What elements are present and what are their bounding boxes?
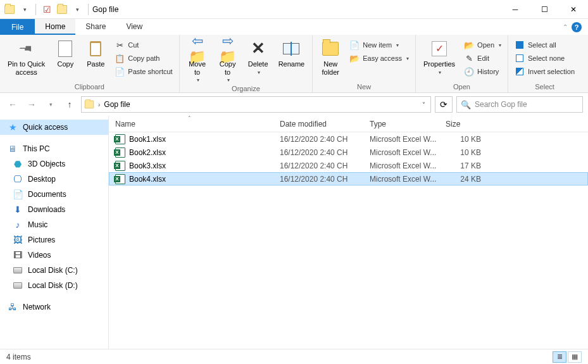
documents-icon: 📄 bbox=[13, 189, 23, 199]
file-type: Microsoft Excel W... bbox=[363, 161, 439, 170]
qat-properties-icon[interactable]: ☑ bbox=[40, 3, 54, 16]
move-to-button[interactable]: ⇦📁Move to▾ bbox=[184, 37, 211, 84]
column-headers: ˄ Name Date modified Type Size bbox=[109, 116, 588, 132]
delete-button[interactable]: ✕Delete▾ bbox=[244, 37, 272, 77]
file-date: 16/12/2020 2:40 CH bbox=[273, 175, 363, 184]
ribbon-group-select: Select all Select none Invert selection … bbox=[508, 35, 581, 92]
file-row[interactable]: Book2.xlsx16/12/2020 2:40 CHMicrosoft Ex… bbox=[109, 146, 588, 159]
cut-button[interactable]: ✂Cut bbox=[112, 39, 175, 51]
sidebar-desktop[interactable]: 🖵Desktop bbox=[0, 172, 108, 187]
history-button[interactable]: 🕘History bbox=[461, 65, 504, 78]
ribbon-group-open: Properties▾ 📂Open▾ ✎Edit 🕘History Open bbox=[416, 35, 508, 92]
tab-share[interactable]: Share bbox=[75, 19, 116, 35]
file-row[interactable]: Book1.xlsx16/12/2020 2:40 CHMicrosoft Ex… bbox=[109, 132, 588, 146]
forward-button[interactable]: → bbox=[24, 97, 39, 112]
sidebar-documents[interactable]: 📄Documents bbox=[0, 187, 108, 202]
group-label-clipboard: Clipboard bbox=[4, 82, 175, 91]
large-icons-view-button[interactable]: ▦ bbox=[568, 351, 582, 363]
pin-to-quick-access-button[interactable]: Pin to Quick access bbox=[4, 37, 49, 77]
tab-view[interactable]: View bbox=[116, 19, 153, 35]
desktop-icon: 🖵 bbox=[13, 174, 23, 184]
file-row[interactable]: Book4.xlsx16/12/2020 2:40 CHMicrosoft Ex… bbox=[109, 172, 588, 185]
open-button[interactable]: 📂Open▾ bbox=[461, 39, 504, 51]
copy-button[interactable]: Copy bbox=[51, 37, 79, 70]
easy-access-button[interactable]: 📂Easy access▾ bbox=[347, 52, 411, 65]
large-icons-icon: ▦ bbox=[572, 353, 578, 361]
file-name: Book1.xlsx bbox=[129, 135, 166, 144]
sidebar-music[interactable]: ♪Music bbox=[0, 217, 108, 232]
sidebar-pictures[interactable]: 🖼Pictures bbox=[0, 232, 108, 248]
tab-strip: File Home Share View ⌃ ? bbox=[0, 19, 588, 35]
qat-dropdown-2[interactable]: ▾ bbox=[70, 3, 84, 16]
recent-locations-button[interactable]: ▾ bbox=[43, 97, 58, 112]
rename-button[interactable]: Rename bbox=[275, 37, 309, 70]
file-name: Book4.xlsx bbox=[129, 175, 166, 184]
select-none-button[interactable]: Select none bbox=[512, 52, 577, 65]
details-view-button[interactable]: ≣ bbox=[553, 351, 566, 363]
file-name: Book2.xlsx bbox=[129, 148, 166, 157]
help-icon[interactable]: ? bbox=[572, 22, 582, 32]
invert-selection-button[interactable]: Invert selection bbox=[512, 65, 577, 78]
paste-shortcut-button[interactable]: 📄Paste shortcut bbox=[112, 65, 175, 78]
search-input[interactable] bbox=[475, 100, 579, 109]
properties-icon bbox=[432, 41, 447, 56]
excel-file-icon bbox=[115, 161, 125, 171]
search-icon: 🔍 bbox=[461, 100, 471, 110]
file-date: 16/12/2020 2:40 CH bbox=[273, 135, 363, 144]
search-box[interactable]: 🔍 bbox=[456, 96, 583, 113]
sidebar-network[interactable]: 🖧Network bbox=[0, 299, 108, 315]
column-size[interactable]: Size bbox=[439, 116, 490, 132]
invert-selection-icon bbox=[515, 66, 525, 77]
body: ★Quick access 🖥This PC ⬣3D Objects 🖵Desk… bbox=[0, 116, 588, 349]
select-all-button[interactable]: Select all bbox=[512, 39, 577, 51]
sort-indicator-icon: ˄ bbox=[188, 115, 191, 122]
sidebar-local-disk-d[interactable]: Local Disk (D:) bbox=[0, 278, 108, 293]
qat-folder2-icon bbox=[55, 3, 69, 16]
select-none-icon bbox=[515, 53, 525, 63]
paste-button[interactable]: Paste bbox=[82, 37, 109, 70]
column-type[interactable]: Type bbox=[363, 116, 439, 132]
sidebar-this-pc[interactable]: 🖥This PC bbox=[0, 141, 108, 156]
sidebar-3d-objects[interactable]: ⬣3D Objects bbox=[0, 156, 108, 172]
address-folder-icon bbox=[85, 101, 94, 109]
collapse-ribbon-icon[interactable]: ⌃ bbox=[563, 23, 568, 30]
star-icon: ★ bbox=[8, 122, 18, 132]
tab-home[interactable]: Home bbox=[35, 19, 75, 35]
details-view-icon: ≣ bbox=[557, 353, 563, 361]
sidebar-videos[interactable]: 🎞Videos bbox=[0, 248, 108, 263]
properties-button[interactable]: Properties▾ bbox=[420, 37, 459, 77]
sidebar-downloads[interactable]: ⬇Downloads bbox=[0, 202, 108, 217]
status-item-count: 4 items bbox=[6, 353, 31, 361]
copy-icon bbox=[58, 41, 72, 57]
qat-separator bbox=[35, 4, 36, 15]
file-type: Microsoft Excel W... bbox=[363, 135, 439, 144]
address-bar[interactable]: › Gop file ˅ bbox=[81, 96, 431, 113]
paste-icon bbox=[90, 41, 101, 56]
file-row[interactable]: Book3.xlsx16/12/2020 2:40 CHMicrosoft Ex… bbox=[109, 159, 588, 172]
column-name[interactable]: Name bbox=[109, 116, 273, 132]
file-date: 16/12/2020 2:40 CH bbox=[273, 148, 363, 157]
sidebar-local-disk-c[interactable]: Local Disk (C:) bbox=[0, 263, 108, 278]
maximize-button[interactable]: ☐ bbox=[530, 0, 559, 19]
minimize-button[interactable]: ─ bbox=[501, 0, 530, 19]
music-icon: ♪ bbox=[13, 220, 23, 230]
address-dropdown-icon[interactable]: ˅ bbox=[422, 101, 428, 108]
new-folder-button[interactable]: New folder bbox=[316, 37, 344, 77]
breadcrumb-folder[interactable]: Gop file bbox=[104, 100, 130, 109]
disk-icon bbox=[13, 280, 23, 291]
tab-file[interactable]: File bbox=[0, 19, 35, 35]
copy-to-button[interactable]: ⇨📁Copy to▾ bbox=[214, 37, 242, 84]
up-button[interactable]: ↑ bbox=[62, 97, 77, 112]
qat-dropdown-1[interactable]: ▾ bbox=[18, 3, 32, 16]
quick-access-toolbar: ▾ ☑ ▾ bbox=[0, 3, 91, 16]
back-button[interactable]: ← bbox=[5, 97, 20, 112]
copy-path-icon: 📋 bbox=[115, 53, 125, 63]
column-date[interactable]: Date modified bbox=[273, 116, 363, 132]
file-type: Microsoft Excel W... bbox=[363, 148, 439, 157]
refresh-button[interactable]: ⟳ bbox=[435, 96, 453, 113]
new-item-button[interactable]: 📄New item▾ bbox=[347, 39, 411, 51]
edit-button[interactable]: ✎Edit bbox=[461, 52, 504, 65]
copy-path-button[interactable]: 📋Copy path bbox=[112, 52, 175, 65]
sidebar-quick-access[interactable]: ★Quick access bbox=[0, 120, 108, 135]
close-button[interactable]: ✕ bbox=[559, 0, 588, 19]
